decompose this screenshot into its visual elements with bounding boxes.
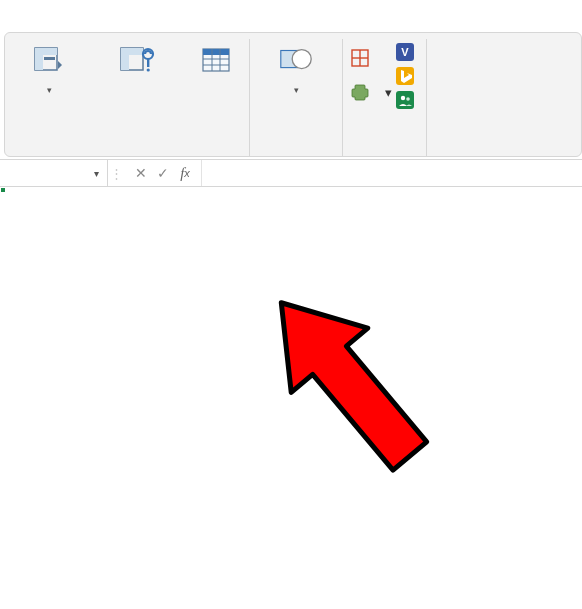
my-addins-button[interactable]: ▾ <box>351 83 392 101</box>
ribbon-group-illustrations: ▾ <box>250 39 343 156</box>
enter-icon[interactable]: ✓ <box>153 163 173 183</box>
illustrations-button[interactable]: ▾ <box>258 39 334 97</box>
cancel-icon[interactable]: ✕ <box>131 163 151 183</box>
get-addins-icon <box>351 49 369 67</box>
svg-marker-28 <box>252 271 448 488</box>
svg-rect-2 <box>35 48 57 55</box>
pivottable-button[interactable]: ▾ <box>15 39 83 97</box>
group-label-addins <box>351 150 392 156</box>
name-box-input[interactable] <box>8 166 78 181</box>
menu-tabs <box>0 0 582 30</box>
svg-point-10 <box>147 68 150 71</box>
name-box[interactable]: ▾ <box>0 160 108 186</box>
table-icon <box>197 41 235 79</box>
svg-rect-7 <box>121 48 143 55</box>
ribbon-group-tables: ▾ <box>7 39 250 156</box>
name-box-dropdown[interactable]: ▾ <box>90 168 103 179</box>
chevron-down-icon: ▾ <box>385 85 392 100</box>
get-addins-button[interactable] <box>351 49 392 67</box>
svg-point-27 <box>406 97 410 101</box>
svg-rect-25 <box>396 91 414 109</box>
my-addins-icon <box>351 83 369 101</box>
pivottable-icon <box>30 41 68 79</box>
ribbon-group-truncated <box>427 39 465 156</box>
ribbon-insert: ▾ ▾ <box>4 32 582 157</box>
table-button[interactable] <box>191 39 241 85</box>
recommended-pivottables-button[interactable] <box>89 39 185 85</box>
svg-text:V: V <box>401 46 409 58</box>
ribbon-group-addins: ▾ V <box>343 39 427 156</box>
svg-rect-12 <box>203 49 229 55</box>
formula-input[interactable] <box>201 160 582 186</box>
formula-bar-buttons: ✕ ✓ fx <box>125 163 201 183</box>
chart-icon <box>437 41 461 79</box>
bing-icon[interactable] <box>396 67 414 85</box>
cell-selection-outline <box>0 187 4 191</box>
formula-bar: ▾ ⋮ ✕ ✓ fx <box>0 159 582 187</box>
recommended-truncated-button[interactable] <box>435 39 465 85</box>
svg-point-26 <box>401 96 405 100</box>
svg-marker-3 <box>58 61 62 69</box>
svg-point-18 <box>292 50 311 69</box>
svg-rect-4 <box>44 57 55 60</box>
svg-rect-9 <box>147 59 149 67</box>
fill-handle[interactable] <box>0 187 6 193</box>
chevron-down-icon: ▾ <box>47 85 52 95</box>
visio-icon[interactable]: V <box>396 43 414 61</box>
annotation-arrow <box>252 267 452 507</box>
illustrations-icon <box>277 41 315 79</box>
addins-service-icons: V <box>392 39 418 156</box>
fx-icon[interactable]: fx <box>175 163 195 183</box>
people-icon[interactable] <box>396 91 414 109</box>
chevron-down-icon: ▾ <box>294 85 299 95</box>
recommended-pivottables-icon <box>118 41 156 79</box>
